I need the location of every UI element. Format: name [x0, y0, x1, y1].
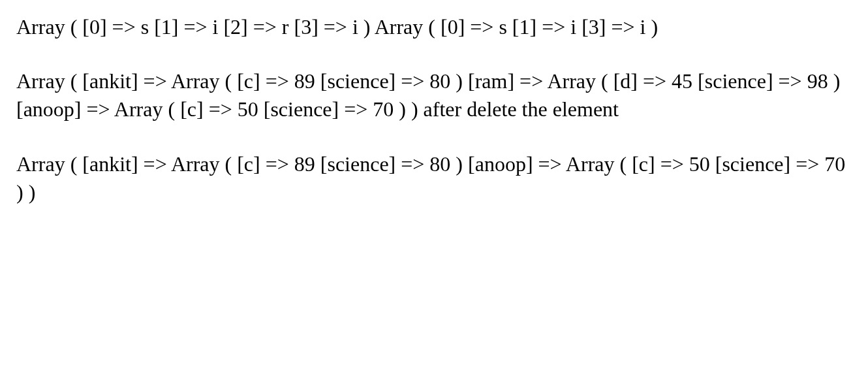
output-block-2: Array ( [ankit] => Array ( [c] => 89 [sc…: [16, 67, 852, 123]
output-block-1: Array ( [0] => s [1] => i [2] => r [3] =…: [16, 13, 852, 41]
output-block-3: Array ( [ankit] => Array ( [c] => 89 [sc…: [16, 150, 852, 206]
